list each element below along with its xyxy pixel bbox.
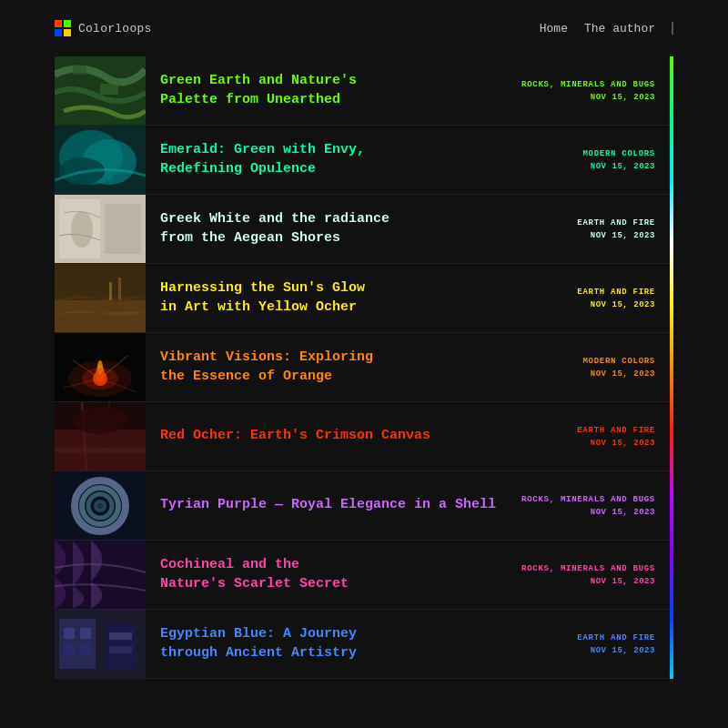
svg-rect-2 (55, 29, 62, 36)
article-thumbnail (55, 56, 146, 125)
article-meta: EARTH AND FIRE NOV 15, 2023 (555, 402, 673, 470)
nav-divider (672, 22, 673, 35)
article-category: EARTH AND FIRE (577, 217, 655, 229)
list-item: Greek White and the radiancefrom the Aeg… (55, 195, 673, 264)
article-title[interactable]: Harnessing the Sun's Glowin Art with Yel… (160, 279, 541, 317)
article-title[interactable]: Egyptian Blue: A Journeythrough Ancient … (160, 625, 541, 662)
article-category: EARTH AND FIRE (577, 425, 655, 437)
article-meta: ROCKS, MINERALS AND BUGS NOV 15, 2023 (521, 471, 673, 540)
nav-links: Home The author (540, 22, 673, 35)
article-thumbnail (55, 610, 146, 678)
svg-rect-17 (109, 282, 112, 300)
article-category: EARTH AND FIRE (577, 287, 655, 298)
article-date: NOV 15, 2023 (591, 646, 655, 655)
article-meta: EARTH AND FIRE NOV 15, 2023 (555, 264, 673, 332)
article-list: Green Earth and Nature'sPalette from Une… (55, 56, 673, 679)
article-title[interactable]: Green Earth and Nature'sPalette from Une… (160, 72, 507, 109)
article-body: Red Ocher: Earth's Crimson Canvas (146, 402, 555, 470)
article-title[interactable]: Tyrian Purple — Royal Elegance in a Shel… (160, 496, 507, 514)
article-title[interactable]: Greek White and the radiancefrom the Aeg… (160, 210, 541, 248)
main-content: Green Earth and Nature'sPalette from Une… (0, 56, 728, 679)
svg-rect-32 (55, 448, 146, 452)
article-date: NOV 15, 2023 (591, 300, 655, 309)
article-meta: ROCKS, MINERALS AND BUGS NOV 15, 2023 (521, 541, 673, 609)
article-thumbnail (55, 471, 146, 540)
article-date: NOV 15, 2023 (591, 369, 655, 379)
article-body: Emerald: Green with Envy,Redefining Opul… (146, 126, 555, 194)
svg-rect-41 (59, 619, 96, 669)
list-item: Egyptian Blue: A Journeythrough Ancient … (55, 610, 673, 679)
list-item: Vibrant Visions: Exploringthe Essence of… (55, 333, 673, 402)
svg-point-38 (97, 503, 103, 509)
article-thumbnail (55, 402, 146, 470)
svg-rect-6 (100, 84, 118, 95)
nav-home[interactable]: Home (540, 22, 568, 35)
article-thumbnail (55, 264, 146, 332)
article-category: ROCKS, MINERALS AND BUGS (521, 563, 655, 575)
article-thumbnail (55, 126, 146, 194)
nav-author[interactable]: The author (584, 22, 655, 35)
article-title[interactable]: Vibrant Visions: Exploringthe Essence of… (160, 349, 541, 386)
article-date: NOV 15, 2023 (591, 508, 655, 517)
article-body: Vibrant Visions: Exploringthe Essence of… (146, 333, 555, 401)
article-body: Egyptian Blue: A Journeythrough Ancient … (146, 610, 555, 678)
rainbow-bar (670, 56, 673, 679)
article-meta: ROCKS, MINERALS AND BUGS NOV 15, 2023 (521, 56, 673, 125)
article-body: Green Earth and Nature'sPalette from Une… (146, 56, 521, 125)
article-category: EARTH AND FIRE (577, 632, 655, 644)
header: Colorloops Home The author (0, 0, 728, 56)
article-body: Tyrian Purple — Royal Elegance in a Shel… (146, 471, 521, 540)
article-meta: EARTH AND FIRE NOV 15, 2023 (555, 195, 673, 263)
article-category: MODERN COLORS (582, 356, 655, 368)
article-meta: MODERN COLORS NOV 15, 2023 (555, 333, 673, 401)
article-body: Cochineal and theNature's Scarlet Secret (146, 541, 521, 609)
article-date: NOV 15, 2023 (591, 231, 655, 240)
article-title[interactable]: Red Ocher: Earth's Crimson Canvas (160, 427, 541, 445)
svg-point-14 (71, 211, 93, 248)
article-title[interactable]: Cochineal and theNature's Scarlet Secret (160, 556, 507, 593)
list-item: Tyrian Purple — Royal Elegance in a Shel… (55, 471, 673, 541)
svg-rect-0 (55, 20, 62, 27)
article-thumbnail (55, 541, 146, 609)
svg-point-31 (73, 407, 127, 434)
article-date: NOV 15, 2023 (591, 577, 655, 586)
list-item: Harnessing the Sun's Glowin Art with Yel… (55, 264, 673, 333)
article-category: ROCKS, MINERALS AND BUGS (521, 79, 655, 91)
svg-rect-16 (55, 300, 146, 332)
article-thumbnail (55, 333, 146, 401)
logo-text: Colorloops (78, 22, 152, 35)
svg-rect-48 (109, 646, 132, 653)
list-item: Green Earth and Nature'sPalette from Une… (55, 56, 673, 126)
list-item: Red Ocher: Earth's Crimson Canvas EARTH … (55, 402, 673, 471)
list-item: Emerald: Green with Envy,Redefining Opul… (55, 126, 673, 195)
svg-rect-18 (118, 278, 121, 300)
logo-area: Colorloops (55, 20, 152, 36)
svg-rect-44 (80, 628, 91, 639)
svg-rect-13 (105, 204, 141, 254)
svg-rect-5 (73, 66, 86, 75)
list-item: Cochineal and theNature's Scarlet Secret… (55, 541, 673, 610)
article-date: NOV 15, 2023 (591, 93, 655, 102)
article-category: MODERN COLORS (582, 148, 655, 160)
svg-rect-46 (80, 644, 91, 655)
svg-rect-1 (64, 20, 71, 27)
svg-rect-45 (64, 644, 75, 655)
svg-rect-43 (64, 628, 75, 639)
article-body: Harnessing the Sun's Glowin Art with Yel… (146, 264, 555, 332)
svg-rect-3 (64, 29, 71, 36)
logo-icon (55, 20, 71, 36)
article-meta: MODERN COLORS NOV 15, 2023 (555, 126, 673, 194)
article-date: NOV 15, 2023 (591, 439, 655, 448)
article-category: ROCKS, MINERALS AND BUGS (521, 494, 655, 506)
svg-rect-47 (109, 632, 132, 640)
article-thumbnail (55, 195, 146, 263)
article-body: Greek White and the radiancefrom the Aeg… (146, 195, 555, 263)
article-meta: EARTH AND FIRE NOV 15, 2023 (555, 610, 673, 678)
article-date: NOV 15, 2023 (591, 162, 655, 171)
article-title[interactable]: Emerald: Green with Envy,Redefining Opul… (160, 141, 541, 178)
